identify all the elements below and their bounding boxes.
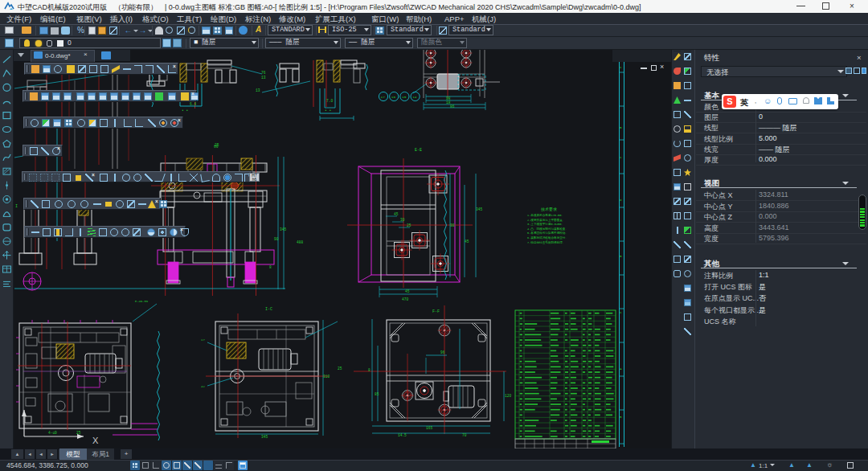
svg-text:345: 345 — [476, 207, 482, 211]
svg-text:17: 17 — [381, 95, 386, 99]
svg-text:6.4: 6.4 — [190, 102, 196, 106]
svg-text:F-F: F-F — [432, 309, 440, 314]
svg-text:470: 470 — [402, 297, 408, 301]
svg-text:2.模柄安装后与上平面垂直。: 2.模柄安装后与上平面垂直。 — [527, 218, 565, 222]
svg-text:488: 488 — [297, 240, 303, 244]
svg-text:E-aN-5N: E-aN-5N — [135, 300, 148, 303]
svg-text:4.凸、凹模间隙均匀装配检查。: 4.凸、凹模间隙均匀装配检查。 — [527, 227, 568, 231]
svg-text:I-C: I-C — [265, 307, 272, 312]
svg-text:14.5: 14.5 — [398, 433, 407, 437]
svg-text:96: 96 — [440, 350, 445, 354]
svg-text:X: X — [92, 436, 99, 445]
svg-text:14: 14 — [412, 95, 417, 99]
svg-text:70: 70 — [462, 433, 467, 437]
svg-text:45: 45 — [405, 289, 410, 293]
svg-text:13: 13 — [261, 76, 266, 80]
svg-text:7.锐边倒钝去毛刺防锈处理。: 7.锐边倒钝去毛刺防锈处理。 — [527, 240, 565, 244]
svg-text:3.上下模座平行度0.02mm。: 3.上下模座平行度0.02mm。 — [527, 222, 564, 226]
svg-text:25: 25 — [407, 223, 411, 227]
svg-text:13: 13 — [256, 88, 260, 92]
svg-text:8: 8 — [368, 368, 371, 372]
svg-text:25: 25 — [76, 431, 81, 435]
svg-text:90: 90 — [274, 237, 279, 241]
svg-text:45: 45 — [465, 240, 469, 244]
svg-text:7.0: 7.0 — [326, 99, 333, 103]
svg-text:8: 8 — [269, 265, 272, 269]
svg-text:4-o9: 4-o9 — [48, 431, 57, 435]
svg-text:30: 30 — [450, 223, 455, 227]
svg-text:345: 345 — [280, 227, 286, 231]
svg-text:• •: • • — [325, 109, 331, 113]
svg-text:B: B — [620, 416, 622, 419]
svg-text:165: 165 — [426, 426, 432, 430]
svg-text:D: D — [620, 199, 622, 202]
svg-text:1.本模具闭合高度170-mm。: 1.本模具闭合高度170-mm。 — [527, 213, 564, 217]
svg-text:A: A — [620, 367, 622, 371]
svg-text:345: 345 — [261, 435, 268, 439]
svg-text:B: B — [620, 255, 622, 258]
svg-text:B: B — [620, 126, 622, 129]
svg-text:5.各紧固件均匀旋紧不得松动。: 5.各紧固件均匀旋紧不得松动。 — [527, 231, 568, 235]
svg-text:技术要求: 技术要求 — [541, 207, 557, 212]
svg-text:15: 15 — [402, 95, 407, 99]
svg-text:E-E: E-E — [415, 148, 422, 153]
svg-text:I: I — [15, 204, 18, 209]
svg-text:45: 45 — [394, 212, 399, 216]
svg-text:25: 25 — [338, 367, 342, 371]
svg-text:30: 30 — [400, 218, 405, 222]
svg-text:• •: • • — [182, 109, 188, 113]
svg-text:17: 17 — [201, 338, 205, 342]
svg-text:85: 85 — [375, 392, 379, 396]
svg-text:66: 66 — [214, 145, 219, 149]
svg-text:42: 42 — [201, 385, 205, 388]
svg-text:120: 120 — [505, 394, 511, 398]
svg-text:C: C — [620, 66, 622, 69]
svg-text:76: 76 — [261, 71, 266, 75]
svg-text:310: 310 — [323, 375, 330, 379]
svg-text:86: 86 — [450, 104, 455, 109]
svg-text:16: 16 — [391, 95, 396, 99]
svg-text:C: C — [620, 311, 622, 314]
svg-text:C: C — [620, 156, 622, 159]
svg-text:6.装配后试冲检验合格后交付。: 6.装配后试冲检验合格后交付。 — [527, 236, 568, 240]
